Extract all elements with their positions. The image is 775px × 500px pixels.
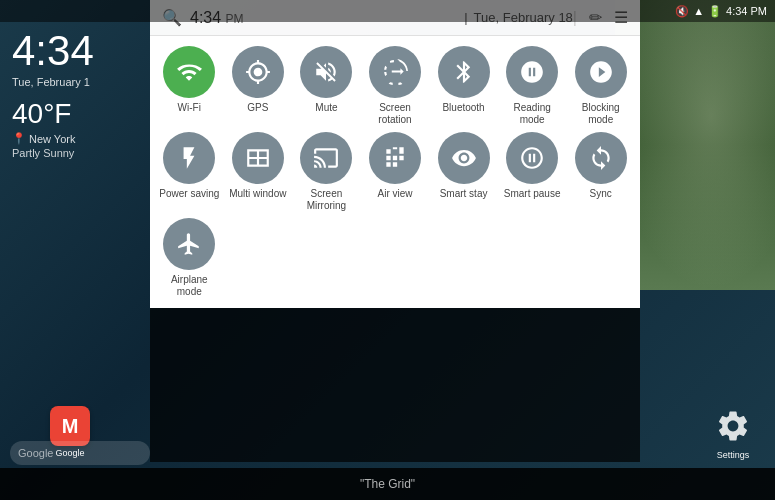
qs-smart-stay[interactable]: Smart stay [432,132,495,212]
bottom-bar-label: "The Grid" [360,477,415,491]
location-pin-icon: 📍 [12,132,26,145]
gps-icon-circle [232,46,284,98]
signal-mute-icon: 🔇 [675,5,689,18]
search-bar[interactable]: Google [10,441,150,465]
qs-air-view[interactable]: Air view [364,132,427,212]
qs-multi-window[interactable]: Multi window [227,132,290,212]
dark-overlay [150,290,640,462]
screen-mirroring-icon-circle [300,132,352,184]
blocking-mode-label: Blocking mode [569,102,632,126]
qs-blocking-mode[interactable]: Blocking mode [569,46,632,126]
status-bar: 🔇 ▲ 🔋 4:34 PM [0,0,775,22]
qs-reading-mode[interactable]: Reading mode [501,46,564,126]
settings-corner[interactable]: Settings [711,404,755,460]
clock-date: Tue, February 1 [12,76,94,88]
smart-stay-icon-circle [438,132,490,184]
wifi-label: Wi-Fi [178,102,201,114]
mute-label: Mute [315,102,337,114]
rotation-icon-circle [369,46,421,98]
qs-gps[interactable]: GPS [227,46,290,126]
air-view-label: Air view [377,188,412,200]
qs-wifi[interactable]: Wi-Fi [158,46,221,126]
qs-smart-pause[interactable]: Smart pause [501,132,564,212]
smart-pause-icon-circle [506,132,558,184]
google-icon: M [50,406,90,446]
air-view-icon-circle [369,132,421,184]
blocking-mode-icon-circle [575,46,627,98]
battery-icon: 🔋 [708,5,722,18]
qs-mute[interactable]: Mute [295,46,358,126]
gps-label: GPS [247,102,268,114]
screen-mirroring-label: Screen Mirroring [295,188,358,212]
wifi-status-icon: ▲ [693,5,704,17]
search-bar-text: Google [18,447,53,459]
bluetooth-label: Bluetooth [442,102,484,114]
settings-label: Settings [717,450,750,460]
bottom-bar: "The Grid" [0,468,775,500]
quick-settings-grid: Wi-Fi GPS Mute Screen rotation Bluetooth [150,36,640,308]
clock-location: 📍 New York [12,132,94,145]
status-icons: 🔇 ▲ 🔋 4:34 PM [675,5,767,18]
screen-rotation-label: Screen rotation [364,102,427,126]
qs-sync[interactable]: Sync [569,132,632,212]
clock-temp: 40°F [12,98,94,130]
power-saving-icon-circle [163,132,215,184]
airplane-mode-icon-circle [163,218,215,270]
airplane-mode-label: Airplane mode [158,274,221,298]
clock-widget: 4:34 Tue, February 1 40°F 📍 New York Par… [12,30,94,159]
multi-window-icon-circle [232,132,284,184]
qs-bluetooth[interactable]: Bluetooth [432,46,495,126]
smart-stay-label: Smart stay [440,188,488,200]
wifi-icon-circle [163,46,215,98]
sync-icon-circle [575,132,627,184]
smart-pause-label: Smart pause [504,188,561,200]
clock-time: 4:34 [12,30,94,72]
clock-weather: Partly Sunny [12,147,94,159]
reading-mode-label: Reading mode [501,102,564,126]
mute-icon-circle [300,46,352,98]
reading-mode-icon-circle [506,46,558,98]
qs-screen-mirroring[interactable]: Screen Mirroring [295,132,358,212]
settings-icon-circle [711,404,755,448]
bluetooth-icon-circle [438,46,490,98]
multi-window-label: Multi window [229,188,286,200]
status-time: 4:34 PM [726,5,767,17]
qs-screen-rotation[interactable]: Screen rotation [364,46,427,126]
qs-airplane-mode[interactable]: Airplane mode [158,218,221,298]
sync-label: Sync [590,188,612,200]
qs-power-saving[interactable]: Power saving [158,132,221,212]
power-saving-label: Power saving [159,188,219,200]
quick-settings-panel: 🔍 4:34 PM | Tue, February 18 | ✏ ☰ Wi-Fi… [150,0,640,308]
